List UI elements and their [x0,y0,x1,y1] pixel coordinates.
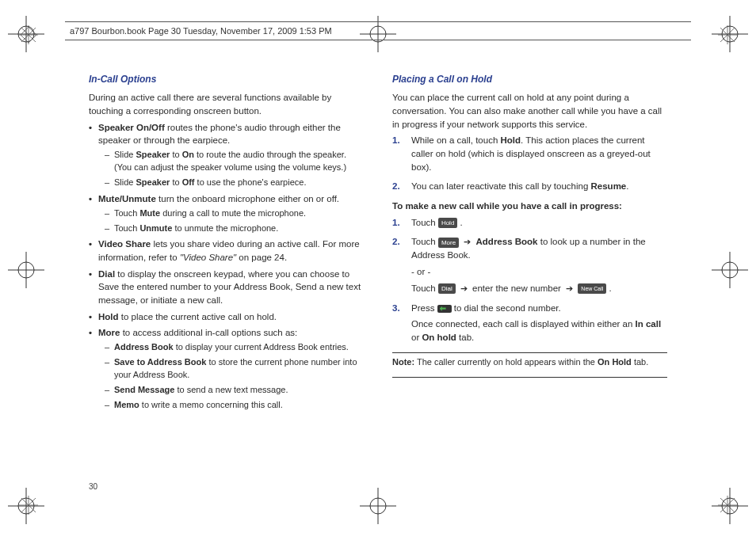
sub-item: Touch Mute during a call to mute the mic… [98,207,364,220]
step-alt: Touch Dial enter the new number New Call… [411,282,667,295]
option-hold: Hold to place the current active call on… [89,310,364,324]
section-title-placing-call-on-hold: Placing a Call on Hold [392,73,667,86]
svg-point-14 [18,262,34,278]
option-video-share: Video Share lets you share video during … [89,238,364,264]
arrow-icon [458,283,470,293]
step-item: Press to dial the second number. Once co… [392,302,667,344]
sub-item: Save to Address Book to store the curren… [98,356,364,382]
page-number: 30 [89,482,97,491]
starburst-icon [718,25,737,44]
divider [392,352,667,353]
sub-item: Touch Unmute to unmute the microphone. [98,222,364,235]
starburst-icon [718,496,737,515]
sub-item: Slide Speaker to On to route the audio t… [98,149,364,174]
starburst-icon [19,496,38,515]
sub-item: Slide Speaker to Off to use the phone's … [98,177,364,189]
sub-heading: To make a new call while you have a call… [392,200,667,213]
starburst-icon [19,25,38,44]
hold-softkey-icon: Hold [438,218,457,228]
option-dial: Dial to display the onscreen keypad, whe… [89,268,364,307]
intro-text: You can place the current call on hold a… [392,91,667,131]
note-text: Note: The caller currently on hold appea… [392,356,667,369]
send-key-icon [437,305,452,313]
new-call-softkey-icon: New Call [578,283,606,294]
sub-item: Send Message to send a new text message. [98,384,364,397]
crop-mark-icon [360,488,396,524]
option-more: More to access additional in-call option… [89,326,364,411]
step-item: You can later reactivate this call by to… [392,180,667,193]
crop-mark-icon [8,252,44,288]
or-separator: - or - [411,265,667,279]
step-item: Touch More Address Book to look up a num… [392,235,667,295]
left-column: In-Call Options During an active call th… [89,73,364,477]
option-speaker: Speaker On/Off routes the phone's audio … [89,121,364,189]
option-mute: Mute/Unmute turn the onboard microphone … [89,192,364,235]
sub-item: Address Book to display your current Add… [98,341,364,354]
section-title-in-call-options: In-Call Options [89,73,364,86]
right-column: Placing a Call on Hold You can place the… [392,73,667,477]
more-softkey-icon: More [438,238,459,248]
arrow-icon [563,283,575,293]
page-header: a797 Bourbon.book Page 30 Tuesday, Novem… [65,21,691,40]
svg-point-23 [370,498,386,514]
divider [392,377,667,378]
sub-item: Memo to write a memo concerning this cal… [98,399,364,412]
step-item: While on a call, touch Hold. This action… [392,134,667,173]
arrow-icon [461,237,473,246]
dial-softkey-icon: Dial [438,283,456,294]
step-item: Touch Hold . [392,216,667,230]
crop-mark-icon [712,252,748,288]
svg-point-17 [722,262,738,278]
step-tail: Once connected, each call is displayed w… [411,318,667,344]
intro-text: During an active call there are several … [89,91,364,117]
